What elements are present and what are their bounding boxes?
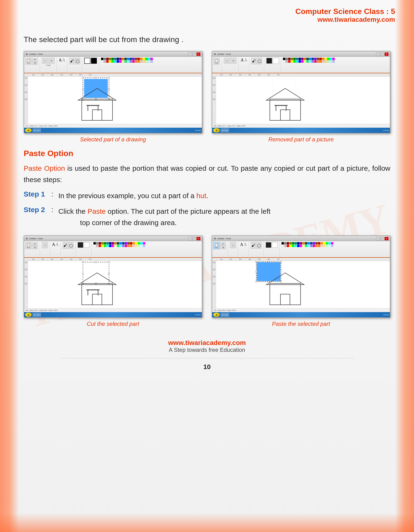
color-swatch[interactable] xyxy=(117,60,119,63)
drawing-area-left-2 xyxy=(28,261,202,308)
color-swatch[interactable] xyxy=(130,58,132,60)
maximize-btn-l2[interactable]: □ xyxy=(192,237,196,240)
cut-btn-r2[interactable]: ✂ xyxy=(220,242,226,246)
select-btn-l2[interactable]: ⬚ xyxy=(42,242,48,248)
color-swatch[interactable] xyxy=(140,60,142,63)
color-swatch[interactable] xyxy=(132,58,135,60)
cut-btn[interactable]: ✂ xyxy=(32,58,38,61)
color-swatch[interactable] xyxy=(127,58,129,60)
taskbar-paint-l2[interactable]: 🖥 Paint xyxy=(33,313,41,317)
color-swatch[interactable] xyxy=(117,58,119,60)
caption-right-2: Paste the selected part xyxy=(272,321,330,327)
minimize-btn-r2[interactable]: ─ xyxy=(376,237,380,240)
color-swatch[interactable] xyxy=(109,58,111,60)
close-btn-r2[interactable]: ✕ xyxy=(385,237,388,240)
svg-rect-46 xyxy=(268,281,270,282)
color-swatch[interactable] xyxy=(119,60,122,63)
color-swatch[interactable] xyxy=(127,60,129,63)
select-btn-r2[interactable]: ⬚ xyxy=(230,242,236,248)
brushes-r1[interactable]: 🖌 xyxy=(251,58,256,64)
paste-btn-r1[interactable]: 📋 Paste xyxy=(213,58,220,65)
copy-btn[interactable]: ⎘ xyxy=(32,61,38,65)
color-swatch[interactable] xyxy=(132,60,135,63)
start-button[interactable]: ⊞ xyxy=(25,128,32,133)
color-swatch[interactable] xyxy=(137,58,140,60)
taskbar-paint-r2[interactable]: 🖥 Paint xyxy=(221,313,229,317)
color-swatch[interactable] xyxy=(106,60,109,63)
paste-btn[interactable]: 📋 Paste xyxy=(25,58,32,65)
shapes-r2[interactable]: ◯ xyxy=(256,242,262,249)
taskbar-time-r1: 1:25 AM xyxy=(383,130,389,131)
svg-rect-25 xyxy=(95,262,97,263)
color1-box-r1[interactable] xyxy=(266,58,272,64)
color-swatch[interactable] xyxy=(104,58,106,60)
close-btn[interactable]: ✕ xyxy=(197,52,200,56)
color-swatch[interactable] xyxy=(145,60,148,63)
color-swatch[interactable] xyxy=(135,60,137,63)
color-swatch[interactable] xyxy=(125,58,127,60)
color-swatch[interactable] xyxy=(135,58,137,60)
color-swatch[interactable] xyxy=(111,58,114,60)
color-swatch[interactable] xyxy=(150,58,153,60)
statusbar-right-1: 503, 164px 127 × 113px 794 × 394px 100% xyxy=(212,124,390,128)
color-swatch[interactable] xyxy=(148,58,150,60)
taskbar-right-1: ⊞ 🖥 Paint 1:25 AM xyxy=(212,128,390,133)
color-swatch[interactable] xyxy=(109,60,111,63)
brushes-btn[interactable]: 🖌 xyxy=(69,58,75,64)
hut-svg-right-1 xyxy=(216,76,390,124)
svg-rect-34 xyxy=(93,294,102,305)
color-swatch[interactable] xyxy=(114,58,116,60)
close-btn-r1[interactable]: ✕ xyxy=(385,52,388,56)
color-swatch[interactable] xyxy=(122,60,124,63)
maximize-btn[interactable]: □ xyxy=(192,52,196,56)
color-swatch[interactable] xyxy=(119,58,122,60)
color-swatch[interactable] xyxy=(125,60,127,63)
titlebar-right-1: 🖥 Untitled - Paint ─ □ ✕ xyxy=(212,52,390,57)
color2-box-r1[interactable] xyxy=(273,58,279,64)
color-swatch[interactable] xyxy=(140,58,142,60)
color-swatch[interactable] xyxy=(143,60,145,63)
color-swatch[interactable] xyxy=(104,60,106,63)
paste-btn-l2[interactable]: 📋 Paste xyxy=(25,242,32,249)
crop-btn[interactable]: ✂ xyxy=(48,58,55,64)
color-swatch[interactable] xyxy=(114,60,116,63)
close-btn-l2[interactable]: ✕ xyxy=(197,237,200,240)
start-r2[interactable]: ⊞ xyxy=(213,313,220,317)
minimize-btn[interactable]: ─ xyxy=(188,52,192,56)
shapes-btn[interactable]: ◯ xyxy=(75,58,80,64)
shapes-l2[interactable]: ◯ xyxy=(68,242,74,249)
brushes-l2[interactable]: 🖌 xyxy=(63,242,68,249)
color2-box[interactable] xyxy=(91,58,97,64)
color-swatch[interactable] xyxy=(130,60,132,63)
color-swatch[interactable] xyxy=(150,60,153,63)
copy-btn-r2[interactable]: ⎘ xyxy=(220,246,226,249)
color-swatch[interactable] xyxy=(143,58,145,60)
color1-box[interactable] xyxy=(84,58,90,64)
color-swatch[interactable] xyxy=(101,58,103,60)
taskbar-paint[interactable]: 🖥 Paint xyxy=(33,128,41,132)
color-swatch[interactable] xyxy=(111,60,114,63)
taskbar-paint-r1[interactable]: 🖥 Paint xyxy=(221,128,229,132)
color-swatch[interactable] xyxy=(145,58,148,60)
svg-rect-40 xyxy=(256,261,257,262)
cut-btn-l2[interactable]: ✂ xyxy=(32,242,38,246)
maximize-btn-r1[interactable]: □ xyxy=(380,52,384,56)
start-button-r1[interactable]: ⊞ xyxy=(213,128,220,133)
start-l2[interactable]: ⊞ xyxy=(25,313,32,317)
color-swatch[interactable] xyxy=(106,58,109,60)
brushes-r2[interactable]: 🖌 xyxy=(251,242,256,249)
copy-btn-l2[interactable]: ⎘ xyxy=(32,246,38,249)
color-swatch[interactable] xyxy=(101,60,103,63)
minimize-btn-r1[interactable]: ─ xyxy=(376,52,380,56)
color-swatch[interactable] xyxy=(122,58,124,60)
color-swatch[interactable] xyxy=(148,60,150,63)
ruler-h-right-2: 100 200 300 400 500 600 700 xyxy=(212,258,390,261)
crop-btn-r1[interactable]: ✂ xyxy=(231,58,237,64)
maximize-btn-r2[interactable]: □ xyxy=(380,237,384,240)
shapes-r1[interactable]: ◯ xyxy=(257,58,262,64)
select-btn[interactable]: ⬚ xyxy=(42,58,48,64)
color-swatch[interactable] xyxy=(137,60,140,63)
minimize-btn-l2[interactable]: ─ xyxy=(188,237,192,240)
select-btn-r1[interactable]: ⬚ xyxy=(224,58,230,64)
paste-btn-r2[interactable]: 📋 Paste xyxy=(213,242,220,249)
